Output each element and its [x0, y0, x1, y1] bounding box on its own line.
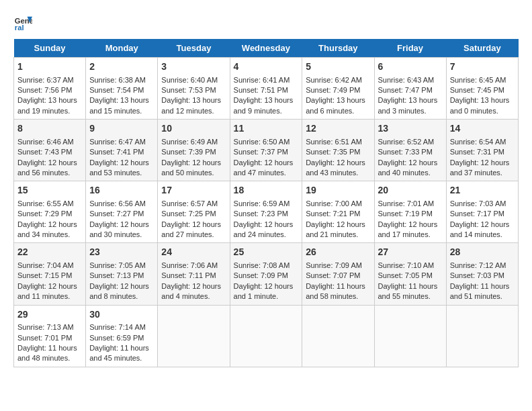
- daylight-text: Daylight: 11 hours and 58 minutes.: [306, 282, 365, 300]
- col-monday: Monday: [86, 39, 158, 58]
- sunrise-text: Sunrise: 6:41 AM: [234, 76, 290, 84]
- daylight-text: Daylight: 12 hours and 14 minutes.: [450, 220, 510, 238]
- sunrise-text: Sunrise: 6:54 AM: [450, 138, 506, 146]
- col-tuesday: Tuesday: [158, 39, 230, 58]
- sunrise-text: Sunrise: 7:12 AM: [450, 261, 506, 269]
- day-number: 10: [161, 122, 226, 136]
- day-30: 30Sunrise: 7:14 AMSunset: 6:59 PMDayligh…: [86, 305, 158, 367]
- daylight-text: Daylight: 12 hours and 27 minutes.: [161, 220, 221, 238]
- daylight-text: Daylight: 12 hours and 30 minutes.: [89, 220, 149, 238]
- day-number: 6: [378, 60, 443, 74]
- sunset-text: Sunset: 7:45 PM: [450, 86, 504, 94]
- empty-cell: [446, 305, 518, 367]
- day-number: 17: [161, 184, 226, 197]
- sunset-text: Sunset: 7:13 PM: [89, 271, 144, 279]
- day-14: 14Sunrise: 6:54 AMSunset: 7:31 PMDayligh…: [446, 120, 518, 181]
- week-row-2: 8Sunrise: 6:46 AMSunset: 7:43 PMDaylight…: [14, 120, 519, 181]
- daylight-text: Daylight: 12 hours and 50 minutes.: [161, 158, 221, 177]
- sunrise-text: Sunrise: 7:04 AM: [17, 261, 74, 269]
- sunset-text: Sunset: 6:59 PM: [89, 334, 144, 342]
- sunrise-text: Sunrise: 6:57 AM: [161, 199, 218, 208]
- sunrise-text: Sunrise: 7:03 AM: [450, 199, 506, 208]
- week-row-4: 22Sunrise: 7:04 AMSunset: 7:15 PMDayligh…: [14, 243, 519, 305]
- day-4: 4Sunrise: 6:41 AMSunset: 7:51 PMDaylight…: [230, 58, 302, 120]
- sunrise-text: Sunrise: 7:13 AM: [17, 323, 74, 331]
- day-22: 22Sunrise: 7:04 AMSunset: 7:15 PMDayligh…: [14, 243, 86, 305]
- daylight-text: Daylight: 12 hours and 40 minutes.: [378, 158, 438, 177]
- daylight-text: Daylight: 12 hours and 47 minutes.: [234, 158, 294, 177]
- sunset-text: Sunset: 7:03 PM: [450, 271, 504, 279]
- sunset-text: Sunset: 7:25 PM: [161, 210, 216, 218]
- daylight-text: Daylight: 13 hours and 0 minutes.: [450, 96, 510, 114]
- week-row-3: 15Sunrise: 6:55 AMSunset: 7:29 PMDayligh…: [14, 181, 519, 243]
- sunrise-text: Sunrise: 6:42 AM: [306, 76, 362, 84]
- day-29: 29Sunrise: 7:13 AMSunset: 7:01 PMDayligh…: [14, 305, 86, 367]
- day-number: 13: [378, 122, 443, 136]
- sunrise-text: Sunrise: 7:08 AM: [234, 261, 290, 269]
- day-9: 9Sunrise: 6:47 AMSunset: 7:41 PMDaylight…: [86, 120, 158, 181]
- calendar-table: Sunday Monday Tuesday Wednesday Thursday…: [13, 39, 519, 367]
- sunset-text: Sunset: 7:15 PM: [17, 271, 72, 279]
- empty-cell: [158, 305, 230, 367]
- day-number: 2: [89, 60, 154, 74]
- sunrise-text: Sunrise: 7:09 AM: [306, 261, 362, 269]
- day-28: 28Sunrise: 7:12 AMSunset: 7:03 PMDayligh…: [446, 243, 518, 305]
- day-number: 18: [234, 184, 299, 197]
- day-number: 9: [89, 122, 154, 136]
- logo: Gene ral: [13, 13, 35, 32]
- day-16: 16Sunrise: 6:56 AMSunset: 7:27 PMDayligh…: [86, 181, 158, 243]
- sunset-text: Sunset: 7:19 PM: [378, 210, 433, 218]
- col-friday: Friday: [374, 39, 446, 58]
- day-number: 30: [89, 308, 154, 322]
- day-number: 16: [89, 184, 154, 197]
- sunrise-text: Sunrise: 6:50 AM: [234, 138, 290, 146]
- sunrise-text: Sunrise: 6:46 AM: [17, 138, 74, 146]
- day-17: 17Sunrise: 6:57 AMSunset: 7:25 PMDayligh…: [158, 181, 230, 243]
- daylight-text: Daylight: 12 hours and 21 minutes.: [306, 220, 365, 238]
- day-24: 24Sunrise: 7:06 AMSunset: 7:11 PMDayligh…: [158, 243, 230, 305]
- daylight-text: Daylight: 12 hours and 4 minutes.: [161, 282, 221, 300]
- day-number: 22: [17, 246, 82, 259]
- col-thursday: Thursday: [302, 39, 374, 58]
- sunset-text: Sunset: 7:01 PM: [17, 334, 72, 342]
- day-27: 27Sunrise: 7:10 AMSunset: 7:05 PMDayligh…: [374, 243, 446, 305]
- day-number: 24: [161, 246, 226, 259]
- day-number: 5: [306, 60, 370, 74]
- sunset-text: Sunset: 7:17 PM: [450, 210, 504, 218]
- daylight-text: Daylight: 11 hours and 45 minutes.: [89, 344, 149, 362]
- day-number: 11: [234, 122, 299, 136]
- sunrise-text: Sunrise: 6:38 AM: [89, 76, 146, 84]
- sunset-text: Sunset: 7:07 PM: [306, 271, 360, 279]
- sunrise-text: Sunrise: 6:47 AM: [89, 138, 146, 146]
- day-number: 21: [450, 184, 515, 197]
- day-number: 3: [161, 60, 226, 74]
- week-row-1: 1Sunrise: 6:37 AMSunset: 7:56 PMDaylight…: [14, 58, 519, 120]
- day-8: 8Sunrise: 6:46 AMSunset: 7:43 PMDaylight…: [14, 120, 86, 181]
- day-7: 7Sunrise: 6:45 AMSunset: 7:45 PMDaylight…: [446, 58, 518, 120]
- day-number: 19: [306, 184, 370, 197]
- day-1: 1Sunrise: 6:37 AMSunset: 7:56 PMDaylight…: [14, 58, 86, 120]
- daylight-text: Daylight: 13 hours and 19 minutes.: [17, 96, 77, 114]
- daylight-text: Daylight: 12 hours and 53 minutes.: [89, 158, 149, 177]
- day-10: 10Sunrise: 6:49 AMSunset: 7:39 PMDayligh…: [158, 120, 230, 181]
- day-number: 8: [17, 122, 82, 136]
- sunset-text: Sunset: 7:37 PM: [234, 148, 288, 156]
- sunset-text: Sunset: 7:05 PM: [378, 271, 433, 279]
- sunrise-text: Sunrise: 7:06 AM: [161, 261, 218, 269]
- day-number: 25: [234, 246, 299, 259]
- day-number: 23: [89, 246, 154, 259]
- daylight-text: Daylight: 12 hours and 34 minutes.: [17, 220, 77, 238]
- day-25: 25Sunrise: 7:08 AMSunset: 7:09 PMDayligh…: [230, 243, 302, 305]
- sunrise-text: Sunrise: 6:52 AM: [378, 138, 435, 146]
- day-26: 26Sunrise: 7:09 AMSunset: 7:07 PMDayligh…: [302, 243, 374, 305]
- day-number: 26: [306, 246, 370, 259]
- day-number: 29: [17, 308, 82, 322]
- daylight-text: Daylight: 12 hours and 43 minutes.: [306, 158, 365, 177]
- day-6: 6Sunrise: 6:43 AMSunset: 7:47 PMDaylight…: [374, 58, 446, 120]
- sunrise-text: Sunrise: 6:49 AM: [161, 138, 218, 146]
- daylight-text: Daylight: 11 hours and 51 minutes.: [450, 282, 510, 300]
- days-header-row: Sunday Monday Tuesday Wednesday Thursday…: [14, 39, 519, 58]
- day-12: 12Sunrise: 6:51 AMSunset: 7:35 PMDayligh…: [302, 120, 374, 181]
- sunset-text: Sunset: 7:31 PM: [450, 148, 504, 156]
- sunset-text: Sunset: 7:29 PM: [17, 210, 72, 218]
